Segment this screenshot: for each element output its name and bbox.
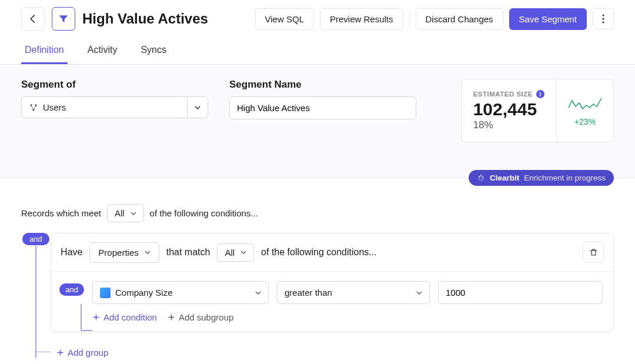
group-post: of the following conditions...: [261, 247, 377, 258]
svg-line-13: [482, 176, 483, 177]
group-match-select[interactable]: All: [217, 243, 254, 262]
property-select[interactable]: Company Size: [92, 281, 269, 304]
segment-of-label: Segment of: [21, 79, 208, 91]
tab-definition[interactable]: Definition: [21, 38, 68, 64]
svg-point-3: [30, 104, 32, 106]
add-subgroup-button[interactable]: Add subgroup: [168, 312, 233, 322]
divider: [409, 12, 410, 26]
outer-and-badge: and: [22, 233, 49, 245]
chevron-down-icon: [255, 291, 261, 295]
svg-point-4: [35, 104, 36, 106]
group-type-select[interactable]: Properties: [89, 242, 159, 263]
condition-group: Have Properties that match All of the fo…: [51, 233, 614, 332]
add-group-button[interactable]: Add group: [56, 348, 108, 358]
discard-changes-button[interactable]: Discard Changes: [416, 8, 503, 30]
company-icon: [100, 288, 111, 298]
conditions-match-select[interactable]: All: [107, 204, 144, 222]
svg-line-12: [479, 179, 480, 180]
page-title: High Value Actives: [82, 11, 248, 27]
delete-group-button[interactable]: [583, 242, 604, 263]
estimated-size-value: 102,445: [473, 99, 544, 119]
svg-point-2: [602, 21, 604, 23]
estimated-size-card: ESTIMATED SIZE i 102,445 18% +23%: [461, 79, 614, 142]
enrichment-status: Enrichment in progress: [524, 173, 606, 182]
estimated-size-percent: 18%: [473, 119, 544, 131]
add-condition-button[interactable]: Add condition: [92, 312, 157, 322]
tab-activity[interactable]: Activity: [84, 38, 121, 64]
segment-name-input[interactable]: [229, 96, 416, 119]
relation-icon: [29, 103, 38, 112]
svg-line-11: [482, 179, 483, 180]
more-actions-button[interactable]: [593, 8, 614, 29]
tab-syncs[interactable]: Syncs: [137, 38, 170, 64]
segment-of-value: Users: [43, 102, 66, 112]
enrichment-provider: Clearbit: [490, 173, 519, 182]
chevron-down-icon: [195, 106, 200, 109]
plus-icon: [92, 313, 100, 321]
estimated-size-delta: +23%: [574, 117, 596, 126]
spinner-icon: [477, 174, 485, 182]
segment-of-select[interactable]: Users: [21, 96, 208, 118]
conditions-intro-post: of the following conditions...: [150, 208, 258, 218]
view-sql-button[interactable]: View SQL: [255, 8, 314, 30]
svg-line-10: [479, 176, 480, 177]
chevron-down-icon: [240, 251, 246, 254]
back-button[interactable]: [21, 7, 45, 31]
plus-icon: [168, 313, 175, 321]
segment-icon: [52, 7, 75, 31]
segment-name-label: Segment Name: [229, 79, 416, 91]
arrow-left-icon: [28, 14, 38, 24]
group-have: Have: [61, 247, 82, 258]
operator-select[interactable]: greater than: [277, 281, 430, 304]
group-that-match: that match: [166, 247, 210, 258]
filter-icon: [58, 13, 69, 25]
save-segment-button[interactable]: Save Segment: [509, 8, 587, 30]
svg-point-5: [32, 109, 34, 111]
estimated-size-label: ESTIMATED SIZE: [473, 91, 533, 98]
svg-point-1: [602, 18, 604, 19]
condition-and-badge: and: [59, 283, 84, 296]
svg-point-0: [602, 14, 604, 16]
info-icon[interactable]: i: [536, 90, 544, 98]
sparkline-icon: [567, 95, 603, 113]
more-vertical-icon: [602, 14, 604, 24]
trash-icon: [589, 248, 598, 257]
enrichment-badge: Clearbit Enrichment in progress: [469, 170, 614, 186]
preview-results-button[interactable]: Preview Results: [320, 8, 403, 30]
conditions-intro-pre: Records which meet: [21, 208, 101, 218]
value-input[interactable]: [438, 281, 603, 304]
plus-icon: [56, 349, 64, 356]
chevron-down-icon: [416, 291, 422, 295]
chevron-down-icon: [131, 212, 136, 215]
chevron-down-icon: [145, 251, 151, 254]
